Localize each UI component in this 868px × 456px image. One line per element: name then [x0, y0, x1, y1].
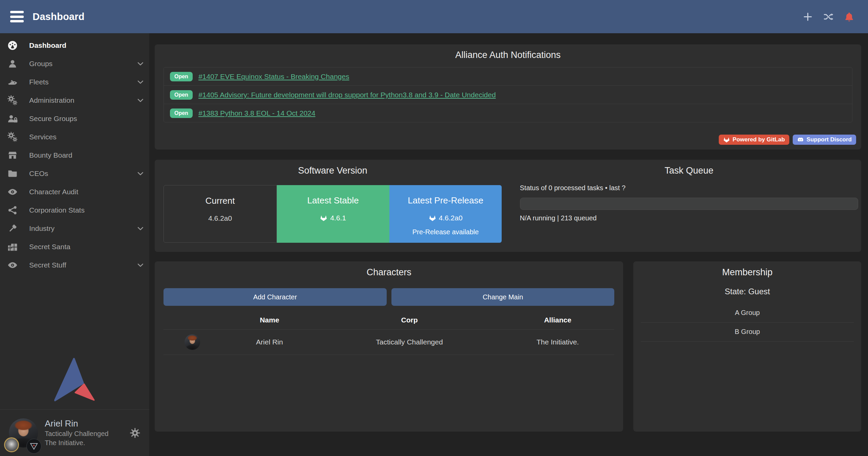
- status-badge: Open: [170, 108, 193, 118]
- eye-icon: [7, 187, 18, 197]
- gitlab-icon: [320, 214, 327, 222]
- task-queue-summary: N/A running | 213 queued: [520, 214, 859, 222]
- task-queue-title: Task Queue: [520, 165, 859, 176]
- sidebar-item-industry[interactable]: Industry: [0, 219, 149, 238]
- notification-link[interactable]: #1407 EVE Equinox Status - Breaking Chan…: [198, 73, 349, 81]
- page-title: Dashboard: [33, 11, 84, 22]
- user-corp: Tactically Challenged: [45, 429, 109, 438]
- eye-icon: [7, 260, 18, 270]
- store-icon: [7, 150, 18, 160]
- sidebar-menu: Dashboard Groups Fleets Administration S…: [0, 33, 149, 274]
- sidebar-item-secret-stuff[interactable]: Secret Stuff: [0, 256, 149, 274]
- notification-link[interactable]: #1405 Advisory: Future development will …: [198, 91, 496, 99]
- sidebar-item-administration[interactable]: Administration: [0, 91, 149, 110]
- status-badge: Open: [170, 72, 193, 81]
- membership-title: Membership: [640, 267, 854, 278]
- sidebar-item-label: Character Audit: [29, 188, 78, 196]
- software-version-panel: Software Version Current 4.6.2a0 Latest …: [155, 160, 861, 252]
- badge-label: Powered by GitLab: [733, 136, 785, 143]
- gitlab-icon: [429, 214, 436, 222]
- task-queue-status: Status of 0 processed tasks • last ?: [520, 184, 859, 192]
- sidebar-item-label: Secret Stuff: [29, 261, 66, 269]
- user-name: Ariel Rin: [45, 418, 109, 429]
- change-main-button[interactable]: Change Main: [391, 288, 615, 306]
- sidebar-item-label: Dashboard: [29, 41, 66, 49]
- navbar-actions: [803, 12, 854, 22]
- chevron-down-icon: [137, 261, 144, 269]
- sidebar-item-groups[interactable]: Groups: [0, 55, 149, 73]
- character-alliance: The Initiative.: [501, 330, 614, 355]
- version-label: Current: [206, 196, 235, 206]
- software-version-title: Software Version: [163, 165, 502, 176]
- alliance-auth-app: Dashboard Dashboard Groups Fleets: [0, 0, 868, 456]
- powered-by-gitlab-badge[interactable]: Powered by GitLab: [719, 135, 789, 145]
- shuttle-icon: [7, 77, 18, 87]
- characters-table: Name Corp Alliance Ariel Rin Tactically …: [163, 311, 614, 355]
- sidebar-item-label: CEOs: [29, 170, 48, 178]
- table-header-portrait: [163, 311, 221, 330]
- notifications-title: Alliance Auth Notifications: [155, 50, 861, 60]
- sidebar-item-label: Secret Santa: [29, 243, 70, 251]
- table-row: Ariel Rin Tactically Challenged The Init…: [163, 330, 614, 355]
- membership-groups: A Group B Group: [641, 304, 854, 342]
- gitlab-icon: [723, 136, 730, 143]
- version-current: Current 4.6.2a0: [163, 185, 277, 243]
- badge-label: Support Discord: [807, 136, 852, 143]
- sidebar: Dashboard Groups Fleets Administration S…: [0, 33, 149, 456]
- alliance-auth-logo: [0, 358, 149, 402]
- gauge-icon: [7, 40, 18, 51]
- version-value: 4.6.1: [330, 214, 346, 222]
- sidebar-item-dashboard[interactable]: Dashboard: [0, 36, 149, 55]
- avatar: [9, 418, 38, 448]
- version-grid: Current 4.6.2a0 Latest Stable 4.6.1 Late…: [163, 185, 502, 243]
- sidebar-item-secure-groups[interactable]: Secure Groups: [0, 110, 149, 128]
- chevron-down-icon: [137, 225, 144, 232]
- top-navbar: Dashboard: [0, 0, 868, 33]
- sidebar-item-ceos[interactable]: CEOs: [0, 164, 149, 183]
- membership-state: State: Guest: [640, 287, 854, 296]
- gear-icon[interactable]: [130, 428, 140, 438]
- chevron-down-icon: [137, 78, 144, 86]
- notifications-panel: Alliance Auth Notifications Open #1407 E…: [155, 44, 861, 150]
- character-name: Ariel Rin: [221, 330, 318, 355]
- sidebar-item-character-audit[interactable]: Character Audit: [0, 183, 149, 201]
- add-character-button[interactable]: Add Character: [163, 288, 387, 306]
- characters-actions: Add Character Change Main: [163, 288, 614, 306]
- share-icon: [7, 205, 18, 215]
- table-header-corp: Corp: [318, 311, 501, 330]
- sidebar-item-fleets[interactable]: Fleets: [0, 73, 149, 91]
- characters-panel: Characters Add Character Change Main Nam…: [155, 261, 623, 432]
- support-discord-badge[interactable]: Support Discord: [793, 135, 856, 145]
- sidebar-item-label: Administration: [29, 96, 74, 104]
- chevron-down-icon: [137, 97, 144, 104]
- software-version-section: Software Version Current 4.6.2a0 Latest …: [155, 165, 510, 252]
- version-value: 4.6.2a0: [439, 214, 463, 222]
- version-stable: Latest Stable 4.6.1: [277, 185, 389, 243]
- chevron-down-icon: [137, 170, 144, 177]
- sidebar-item-label: Bounty Board: [29, 151, 72, 159]
- sidebar-item-corporation-stats[interactable]: Corporation Stats: [0, 201, 149, 219]
- hammer-icon: [7, 223, 18, 234]
- shuffle-icon[interactable]: [823, 12, 834, 22]
- notification-item: Open #1383 Python 3.8 EOL - 14 Oct 2024: [164, 104, 852, 122]
- bottom-row: Characters Add Character Change Main Nam…: [155, 261, 861, 432]
- menu-toggle-icon[interactable]: [10, 11, 24, 22]
- sidebar-item-secret-santa[interactable]: Secret Santa: [0, 238, 149, 256]
- character-corp: Tactically Challenged: [318, 330, 501, 355]
- prerelease-note: Pre-Release available: [412, 228, 479, 236]
- membership-panel: Membership State: Guest A Group B Group: [633, 261, 861, 432]
- sidebar-item-bounty-board[interactable]: Bounty Board: [0, 146, 149, 164]
- chevron-down-icon: [137, 60, 144, 67]
- alliance-logo: [26, 439, 41, 454]
- plus-icon[interactable]: [803, 12, 813, 22]
- version-label: Latest Stable: [307, 195, 359, 206]
- sidebar-item-services[interactable]: Services: [0, 128, 149, 146]
- table-header-name: Name: [221, 311, 318, 330]
- bell-icon[interactable]: [844, 12, 854, 22]
- table-header-alliance: Alliance: [501, 311, 614, 330]
- notification-link[interactable]: #1383 Python 3.8 EOL - 14 Oct 2024: [198, 109, 315, 117]
- version-label: Latest Pre-Release: [408, 195, 483, 206]
- gears-icon: [7, 132, 18, 142]
- version-prerelease: Latest Pre-Release 4.6.2a0 Pre-Release a…: [389, 185, 502, 243]
- user-alliance: The Initiative.: [45, 438, 109, 448]
